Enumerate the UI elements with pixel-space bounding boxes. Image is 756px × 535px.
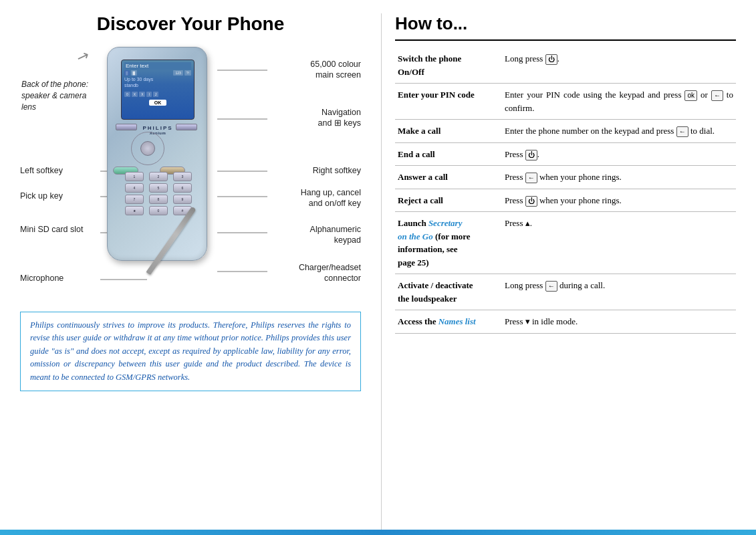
label-pick-up: Pick up key [20, 191, 63, 201]
row-label-switch: Switch the phoneOn/Off [395, 47, 502, 84]
right-divider [395, 39, 736, 41]
nav-buttons [131, 132, 164, 165]
page-wrapper: Discover Your Phone Back of the phone: s… [0, 0, 756, 530]
row-desc-make-call: Enter the phone number on the keypad and… [502, 120, 736, 143]
back-arrow: ↗ [74, 47, 92, 68]
table-row: Make a call Enter the phone number on th… [395, 120, 736, 143]
row-desc-loudspeaker: Long press ← during a call. [502, 274, 736, 310]
notice-box: Philips continuously strives to improve … [20, 312, 361, 391]
table-row: End a call Press ⏻. [395, 142, 736, 166]
row-desc-names-list: Press ▾ in idle mode. [502, 310, 736, 334]
label-mini-sd: Mini SD card slot [20, 224, 83, 235]
label-right-softkey: Right softkey [287, 165, 361, 176]
row-label-loudspeaker: Activate / deactivatethe loudspeaker [395, 274, 502, 310]
row-label-pin: Enter your PIN code [395, 84, 502, 120]
label-left-softkey: Left softkey [20, 165, 63, 176]
how-to-table: Switch the phoneOn/Off Long press ⏻. Ent… [395, 47, 736, 334]
right-title: How to... [395, 13, 736, 34]
row-desc-switch: Long press ⏻. [502, 47, 736, 84]
row-desc-end-call: Press ⏻. [502, 142, 736, 166]
left-title: Discover Your Phone [20, 13, 361, 35]
row-desc-answer: Press ← when your phone rings. [502, 166, 736, 189]
table-row: Activate / deactivatethe loudspeaker Lon… [395, 274, 736, 310]
table-row: Access the Names list Press ▾ in idle mo… [395, 310, 736, 334]
right-column: How to... Switch the phoneOn/Off Long pr… [381, 13, 736, 530]
label-hang-up: Hang up, canceland on/off key [271, 187, 361, 209]
row-label-end-call: End a call [395, 142, 502, 166]
row-desc-reject: Press ⏻ when your phone rings. [502, 189, 736, 212]
label-colour-screen: 65,000 colourmain screen [271, 59, 361, 81]
phone-body: Enter text ▒ ▓ 123 ?! Up to 30 days stan… [107, 47, 207, 261]
notice-text: Philips continuously strives to improve … [30, 320, 351, 382]
label-microphone: Microphone [20, 273, 64, 284]
row-label-answer: Answer a call [395, 166, 502, 189]
row-desc-pin: Enter your PIN code using the keypad and… [502, 84, 736, 120]
back-note-label: Back of the phone: speaker & camera lens [21, 79, 92, 112]
table-row: Answer a call Press ← when your phone ri… [395, 166, 736, 189]
row-desc-secretary: Press ▴. [502, 212, 736, 274]
row-label-make-call: Make a call [395, 120, 502, 143]
bottom-bar [0, 530, 756, 535]
softkey-row [116, 124, 197, 130]
table-row: Switch the phoneOn/Off Long press ⏻. [395, 47, 736, 84]
table-row: Enter your PIN code Enter your PIN code … [395, 84, 736, 120]
table-row: Launch Secretaryon the Go (for moreinfor… [395, 212, 736, 274]
table-row: Reject a call Press ⏻ when your phone ri… [395, 189, 736, 212]
phone-image: Enter text ▒ ▓ 123 ?! Up to 30 days stan… [100, 47, 214, 288]
left-column: Discover Your Phone Back of the phone: s… [20, 13, 381, 530]
row-label-names-list: Access the Names list [395, 310, 502, 334]
diagram-container: Back of the phone: speaker & camera lens… [20, 47, 361, 301]
label-alphanumeric: Alphanumerickeypad [284, 224, 361, 246]
row-label-reject: Reject a call [395, 189, 502, 212]
phone-keypad: 123 456 789 ★0# [122, 172, 195, 217]
label-charger: Charger/headsetconnector [271, 262, 361, 284]
label-navigation: Navigationand ⊞ keys [271, 107, 361, 129]
row-label-secretary: Launch Secretaryon the Go (for moreinfor… [395, 212, 502, 274]
phone-screen: Enter text ▒ ▓ 123 ?! Up to 30 days stan… [121, 60, 195, 120]
